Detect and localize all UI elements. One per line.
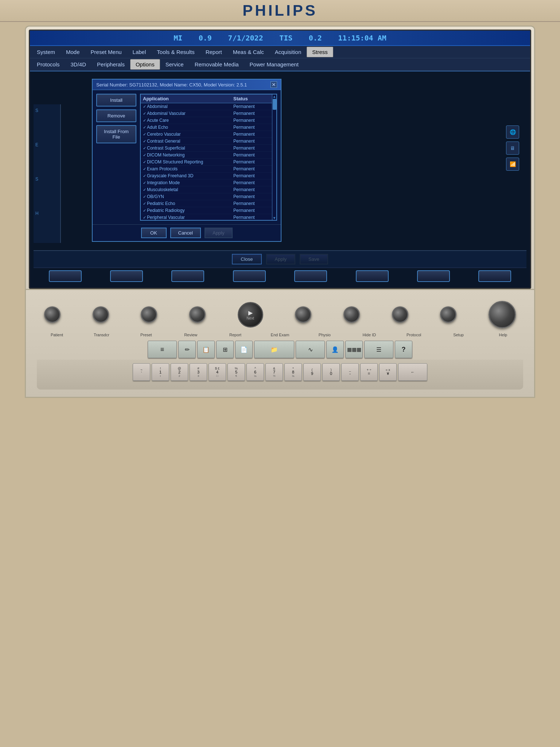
key-2[interactable]: @ 2 2 (171, 363, 188, 381)
knob-transdcr[interactable] (93, 306, 109, 323)
table-row[interactable]: ✓ Abdominal Vascular Permanent (141, 110, 272, 117)
key-9[interactable]: ( 9 (303, 363, 321, 381)
install-from-file-button[interactable]: Install From File (96, 125, 136, 143)
scroll-down-arrow[interactable]: ▼ (272, 216, 276, 220)
key-8[interactable]: * 8 ¾ (284, 363, 302, 381)
menu-acquisition[interactable]: Acquisition (269, 47, 307, 57)
dialog-close-button[interactable]: ✕ (271, 81, 277, 88)
menu-peripherals[interactable]: Peripherals (92, 59, 130, 70)
label-setup: Setup (446, 333, 471, 337)
knob-setup[interactable] (440, 306, 456, 323)
knob-review[interactable] (189, 306, 206, 323)
table-row[interactable]: ✓ Exam Protocols Permanent (141, 166, 272, 173)
app-name: Grayscale Freehand 3D (147, 173, 233, 178)
menu-power-management[interactable]: Power Management (244, 59, 304, 70)
menu-protocols[interactable]: Protocols (31, 59, 65, 70)
apply-button[interactable]: Apply (205, 228, 233, 238)
table-row[interactable]: ✓ Grayscale Freehand 3D Permanent (141, 173, 272, 179)
phys-btn-7[interactable] (417, 270, 450, 282)
app-table-body[interactable]: ✓ Abdominal Permanent ✓ Abdominal Vascul… (141, 103, 272, 220)
mi-value: 0.9 (199, 34, 212, 42)
key-physio-wave[interactable]: ∿ (296, 341, 325, 358)
next-button[interactable]: ▶ Next (238, 302, 263, 328)
table-row[interactable]: ✓ Pediatric Echo Permanent (141, 200, 272, 207)
table-row[interactable]: ✓ Contrast General Permanent (141, 138, 272, 145)
phys-btn-8[interactable] (478, 270, 511, 282)
knob-patient[interactable] (44, 306, 61, 323)
knob-physio[interactable] (295, 306, 311, 323)
save-button[interactable]: Save (300, 254, 328, 264)
key-person[interactable]: 👤 (326, 341, 344, 358)
machine-body: ▶ Next Patient Transdcr Preset Review Re… (25, 290, 535, 398)
menu-options[interactable]: Options (130, 59, 160, 70)
menu-mode[interactable]: Mode (61, 47, 85, 57)
remove-button[interactable]: Remove (96, 109, 136, 122)
table-row[interactable]: ✓ Pediatric Radiology Permanent (141, 207, 272, 214)
key-tilde[interactable]: ~ ` (133, 363, 150, 381)
signal-icon[interactable]: 📶 (506, 158, 519, 171)
table-row[interactable]: ✓ Musculoskeletal Permanent (141, 186, 272, 193)
menu-tools-results[interactable]: Tools & Results (151, 47, 200, 57)
key-pen[interactable]: ✏ (178, 341, 196, 358)
ok-button[interactable]: OK (141, 228, 167, 238)
key-7[interactable]: & 7 ½ (265, 363, 283, 381)
menu-label[interactable]: Label (127, 47, 152, 57)
table-row[interactable]: ✓ DICOM Networking Permanent (141, 152, 272, 159)
menu-system[interactable]: System (31, 47, 61, 57)
key-clipboard[interactable]: 📋 (197, 341, 215, 358)
key-5[interactable]: % 5 € (228, 363, 245, 381)
table-row[interactable]: ✓ OB/GYN Permanent (141, 193, 272, 200)
phys-btn-5[interactable] (294, 270, 327, 282)
table-row[interactable]: ✓ DICOM Structured Reporting Permanent (141, 159, 272, 166)
key-minus[interactable]: _ - (341, 363, 359, 381)
key-3[interactable]: # 3 3 (190, 363, 207, 381)
knob-hide-id[interactable] (343, 306, 360, 323)
knob-preset[interactable] (141, 306, 157, 323)
key-patient-icon[interactable]: ≡ (148, 341, 177, 358)
key-4[interactable]: $ £ 4 □ (209, 363, 226, 381)
key-1[interactable]: ! 1 i (152, 363, 169, 381)
key-6[interactable]: ^ 6 ¼ (246, 363, 264, 381)
key-document[interactable]: 📄 (235, 341, 253, 358)
install-button[interactable]: Install (96, 94, 136, 107)
menu-3d4d[interactable]: 3D/4D (65, 59, 92, 70)
table-row[interactable]: ✓ Contrast Superficial Permanent (141, 145, 272, 152)
key-0[interactable]: ) 0 (322, 363, 340, 381)
table-row[interactable]: ✓ Cerebro Vascular Permanent (141, 131, 272, 138)
close-button[interactable]: Close (232, 254, 261, 264)
scrollbar-thumb[interactable] (273, 99, 276, 110)
table-row[interactable]: ✓ Integration Mode Permanent (141, 179, 272, 186)
key-barcode[interactable]: ▦▦▦ (345, 341, 363, 358)
phys-btn-2[interactable] (110, 270, 143, 282)
menu-preset-menu[interactable]: Preset Menu (85, 47, 127, 57)
cancel-button[interactable]: Cancel (170, 228, 201, 238)
menu-stress[interactable]: Stress (307, 47, 333, 57)
menu-meas-calc[interactable]: Meas & Calc (228, 47, 269, 57)
key-end-exam[interactable]: 📁 (254, 341, 294, 358)
key-plus[interactable]: + ÷ = (360, 363, 378, 381)
menu-service[interactable]: Service (160, 59, 189, 70)
phys-btn-6[interactable] (356, 270, 389, 282)
knob-protocol[interactable] (392, 306, 408, 323)
scrollbar-track[interactable]: ▲ ▼ (272, 94, 276, 220)
apply-bottom-button[interactable]: Apply (266, 254, 296, 264)
network-icon[interactable]: 🌐 (506, 125, 519, 139)
table-row[interactable]: ✓ Adult Echo Permanent (141, 124, 272, 131)
key-backspace[interactable]: ← (398, 363, 427, 381)
scroll-up-arrow[interactable]: ▲ (272, 94, 276, 98)
monitor-icon[interactable]: 🖥 (506, 142, 519, 155)
key-yen[interactable]: = x ¥ (379, 363, 397, 381)
key-grid[interactable]: ⊞ (216, 341, 234, 358)
phys-btn-1[interactable] (49, 270, 82, 282)
key-settings[interactable]: ☰ (364, 341, 393, 358)
menu-removable-media[interactable]: Removable Media (189, 59, 244, 70)
phys-btn-4[interactable] (233, 270, 266, 282)
key-help[interactable]: ? (395, 341, 412, 358)
table-row[interactable]: ✓ Acute Care Permanent (141, 117, 272, 124)
table-row[interactable]: ✓ Peripheral Vascular Permanent (141, 214, 272, 220)
phys-btn-3[interactable] (171, 270, 204, 282)
knob-help[interactable] (489, 301, 516, 328)
menu-report[interactable]: Report (200, 47, 228, 57)
app-status: Permanent (233, 201, 270, 206)
table-row[interactable]: ✓ Abdominal Permanent (141, 103, 272, 110)
